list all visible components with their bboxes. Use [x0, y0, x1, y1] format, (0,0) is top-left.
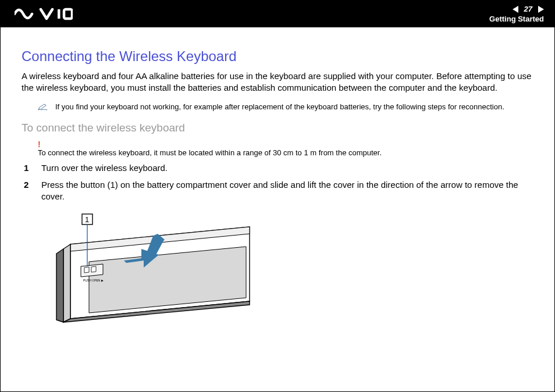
page-heading: Connecting the Wireless Keyboard [22, 48, 533, 65]
note-block: If you find your keyboard not working, f… [38, 102, 533, 113]
step-text: Press the button (1) on the battery comp… [41, 179, 533, 203]
warning-block: ! To connect the wireless keyboard, it m… [38, 140, 533, 158]
pager: 27 [513, 5, 544, 13]
page-content: Connecting the Wireless Keyboard A wirel… [1, 27, 554, 391]
step-text: Turn over the wireless keyboard. [41, 162, 168, 174]
vaio-logo [15, 8, 73, 20]
subheading: To connect the wireless keyboard [22, 122, 533, 134]
note-text: If you find your keyboard not working, f… [55, 102, 504, 112]
svg-rect-1 [64, 9, 72, 19]
push-open-label: PUSH OPEN ▶ [83, 279, 104, 282]
warning-icon: ! [38, 140, 533, 148]
intro-paragraph: A wireless keyboard and four AA alkaline… [22, 70, 533, 94]
svg-rect-0 [58, 9, 61, 19]
list-item: Press the button (1) on the battery comp… [22, 179, 533, 203]
header-bar: 27 Getting Started [1, 1, 554, 27]
steps-list: Turn over the wireless keyboard. Press t… [22, 162, 533, 202]
prev-page-arrow-icon[interactable] [513, 6, 518, 13]
next-page-arrow-icon[interactable] [538, 6, 544, 13]
battery-cover-figure: PUSH OPEN ▶ 1 [54, 211, 533, 326]
warning-text: To connect the wireless keyboard, it mus… [38, 148, 533, 158]
callout-number: 1 [85, 215, 89, 224]
section-title: Getting Started [489, 15, 544, 23]
page-number: 27 [524, 5, 532, 13]
pencil-icon [38, 103, 48, 113]
list-item: Turn over the wireless keyboard. [22, 162, 533, 174]
